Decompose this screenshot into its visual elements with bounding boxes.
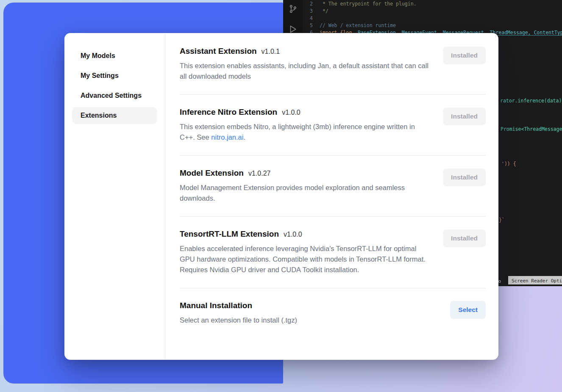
code-fragment: rator.inference(data)); (500, 97, 562, 105)
code-line: 5 // Web / extension runtime (303, 22, 562, 29)
line-number: 2 (303, 0, 313, 8)
extension-title-row: Model Extension v1.0.27 (180, 168, 430, 178)
code-comment: // Web / extension runtime (320, 22, 396, 29)
extension-version: v1.0.27 (248, 170, 270, 177)
extension-title: TensortRT-LLM Extension (180, 229, 279, 239)
extension-description: This extension embeds Nitro, a lightweig… (180, 121, 430, 143)
nitro-jan-ai-link[interactable]: nitro.jan.ai (211, 133, 243, 141)
code-area: 2 * The entrypoint for the plugin. 3 */ … (303, 0, 562, 36)
extension-info: Manual Installation Select an extension … (180, 301, 297, 326)
extension-title-row: Assistant Extension v1.0.1 (180, 47, 430, 56)
extension-info: Model Extension v1.0.27 Model Management… (180, 168, 430, 204)
code-fragment: Promise<ThreadMessage> (501, 126, 562, 133)
run-debug-icon[interactable] (288, 25, 298, 34)
screen-reader-chip: Screen Reader Optimize (508, 276, 562, 284)
code-comment: */ (323, 8, 328, 15)
sidebar-item-my-settings[interactable]: My Settings (72, 67, 157, 84)
extension-item-inference-nitro: Inference Nitro Extension v1.0.0 This ex… (180, 95, 486, 155)
extension-item-tensorrt-llm: TensortRT-LLM Extension v1.0.0 Enables a… (180, 217, 486, 288)
extension-title: Inference Nitro Extension (180, 108, 277, 117)
manual-installation-title: Manual Installation (180, 301, 252, 310)
code-comment: * The entrypoint for the plugin. (323, 0, 417, 8)
extension-title-row: Manual Installation (180, 301, 297, 310)
installed-button[interactable]: Installed (443, 168, 486, 186)
extension-version: v1.0.0 (284, 231, 302, 238)
extension-title: Model Extension (180, 168, 244, 178)
extension-title: Assistant Extension (180, 47, 257, 56)
extension-info: Inference Nitro Extension v1.0.0 This ex… (180, 108, 430, 143)
extension-item-assistant: Assistant Extension v1.0.1 This extensio… (180, 46, 486, 94)
installed-button[interactable]: Installed (443, 47, 486, 64)
settings-modal: My Models My Settings Advanced Settings … (64, 33, 498, 360)
code-line: 4 (303, 15, 562, 22)
extension-description: Enables accelerated inference leveraging… (180, 243, 430, 275)
select-file-button[interactable]: Select (450, 301, 486, 319)
source-control-icon[interactable] (288, 4, 298, 14)
code-fragment: ')) { (501, 160, 516, 168)
sidebar-item-advanced-settings[interactable]: Advanced Settings (72, 87, 157, 104)
sidebar-item-my-models[interactable]: My Models (72, 47, 157, 64)
installed-button[interactable]: Installed (443, 229, 486, 247)
extensions-panel: Assistant Extension v1.0.1 This extensio… (165, 33, 498, 360)
code-line: 2 * The entrypoint for the plugin. (303, 0, 562, 8)
line-number: 4 (303, 15, 313, 22)
extension-info: TensortRT-LLM Extension v1.0.0 Enables a… (180, 229, 430, 275)
manual-installation-description: Select an extension file to install (.tg… (180, 315, 297, 326)
extension-description: Model Management Extension provides mode… (180, 182, 430, 204)
extension-item-model: Model Extension v1.0.27 Model Management… (180, 156, 486, 216)
extension-info: Assistant Extension v1.0.1 This extensio… (180, 47, 430, 82)
extension-title-row: TensortRT-LLM Extension v1.0.0 (180, 229, 430, 239)
extension-title-row: Inference Nitro Extension v1.0.0 (180, 108, 430, 117)
manual-installation-section: Manual Installation Select an extension … (180, 288, 486, 338)
line-number: 5 (303, 22, 313, 29)
extension-version: v1.0.0 (282, 109, 300, 116)
installed-button[interactable]: Installed (443, 108, 486, 125)
code-line: 3 */ (303, 8, 562, 15)
sidebar-item-extensions[interactable]: Extensions (72, 107, 157, 124)
line-number: 3 (303, 8, 313, 15)
extension-version: v1.0.1 (262, 48, 280, 55)
extension-description: This extension enables assistants, inclu… (180, 61, 430, 82)
settings-sidebar: My Models My Settings Advanced Settings … (64, 33, 165, 360)
description-text: . (243, 133, 245, 141)
